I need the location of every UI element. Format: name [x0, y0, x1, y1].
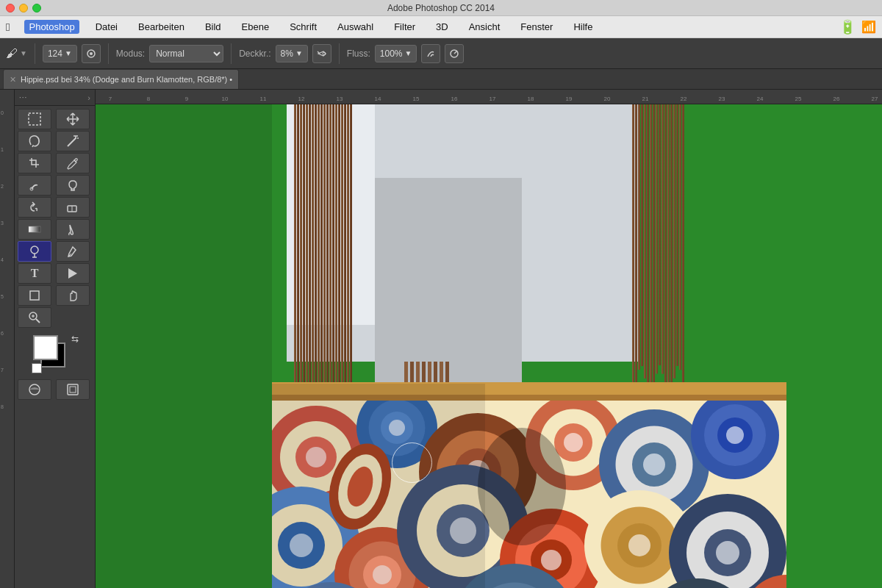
eyedropper-tool[interactable]	[56, 153, 90, 173]
menu-bearbeiten[interactable]: Bearbeiten	[134, 20, 189, 34]
menu-datei[interactable]: Datei	[91, 20, 122, 34]
deckr-input[interactable]: 8% ▼	[276, 45, 308, 62]
pen-tool[interactable]	[56, 241, 90, 262]
battery-icon: 🔋	[839, 19, 856, 35]
svg-rect-20	[30, 291, 39, 300]
menubar:  Photoshop Datei Bearbeiten Bild Ebene …	[0, 16, 882, 38]
menu-fenster[interactable]: Fenster	[516, 20, 557, 34]
svg-rect-27	[70, 387, 76, 392]
tools-grid: T	[15, 106, 95, 331]
zoom-tool[interactable]	[18, 307, 51, 328]
deckr-label: Deckkr.:	[239, 49, 270, 59]
tab-label: Hippie.psd bei 34% (Dodge and Burn Klamo…	[21, 75, 232, 84]
crop-tool[interactable]	[18, 153, 51, 173]
main-content: 0 1 2 3 4 5 6 7 8 ··· ›	[0, 90, 882, 588]
path-select-tool[interactable]	[56, 263, 90, 284]
color-swatches[interactable]: ⇆	[33, 335, 77, 372]
fluss-value: 100%	[380, 49, 403, 59]
maximize-button[interactable]	[32, 4, 41, 12]
apple-menu-icon[interactable]: 	[6, 21, 10, 33]
history-brush-tool[interactable]	[18, 197, 51, 218]
panel-dots: ···	[19, 93, 27, 101]
dodge-tool[interactable]	[18, 241, 51, 262]
svg-rect-5	[29, 113, 40, 125]
options-toolbar: 🖌 ▼ 124 ▼ Modus: Normal Aufhellen Abdunk…	[0, 38, 882, 69]
menu-auswahl[interactable]: Auswahl	[333, 20, 378, 34]
canvas-image[interactable]	[96, 104, 882, 588]
tool-panel: ··· ›	[15, 90, 96, 588]
svg-point-16	[31, 246, 38, 254]
hand-tool[interactable]	[56, 285, 90, 306]
menu-ebene[interactable]: Ebene	[237, 20, 274, 34]
close-button[interactable]	[6, 4, 15, 12]
reset-colors-icon[interactable]	[32, 363, 42, 373]
wifi-icon: 📶	[861, 20, 876, 34]
deckr-value: 8%	[281, 49, 293, 59]
panel-bottom-tools	[15, 376, 95, 403]
color-area: ⇆	[15, 331, 95, 376]
smudge-tool[interactable]	[56, 219, 90, 240]
gradient-tool[interactable]	[18, 219, 51, 240]
foreground-color-swatch[interactable]	[33, 335, 58, 360]
menubar-right: 🔋 📶	[839, 19, 876, 35]
window-controls[interactable]	[6, 4, 41, 12]
vertical-ruler: 0 1 2 3 4 5 6 7 8	[0, 90, 15, 588]
titlebar: Adobe Photoshop CC 2014	[0, 0, 882, 16]
brush-settings-btn[interactable]	[82, 44, 101, 63]
fluss-input[interactable]: 100% ▼	[375, 45, 417, 62]
swap-colors-icon[interactable]: ⇆	[71, 334, 79, 344]
lasso-tool[interactable]	[18, 131, 51, 151]
brush-size-picker[interactable]: 124 ▼	[43, 45, 77, 62]
menu-bild[interactable]: Bild	[201, 20, 226, 34]
fluss-label: Fluss:	[347, 49, 370, 59]
window-title: Adobe Photoshop CC 2014	[387, 3, 495, 13]
menu-photoshop[interactable]: Photoshop	[24, 20, 79, 34]
brush-tool-indicator: 🖌 ▼	[6, 47, 27, 60]
magic-wand-tool[interactable]	[56, 131, 90, 151]
svg-line-6	[68, 138, 76, 146]
panel-collapse-btn[interactable]: ›	[87, 93, 90, 102]
pen-pressure-btn[interactable]	[421, 44, 440, 63]
svg-rect-15	[29, 226, 40, 232]
text-tool[interactable]: T	[18, 263, 51, 284]
minimize-button[interactable]	[19, 4, 28, 12]
brush-size-value: 124	[48, 49, 62, 59]
clone-tool[interactable]	[56, 175, 90, 196]
svg-point-10	[75, 137, 76, 139]
menu-ansicht[interactable]: Ansicht	[465, 20, 505, 34]
document-tab[interactable]: ✕ Hippie.psd bei 34% (Dodge and Burn Kla…	[3, 69, 239, 89]
tab-close-icon[interactable]: ✕	[10, 75, 16, 85]
tablet-btn[interactable]	[445, 44, 464, 63]
eraser-tool[interactable]	[56, 197, 90, 218]
document-tabbar: ✕ Hippie.psd bei 34% (Dodge and Burn Kla…	[0, 69, 882, 90]
panel-header: ··· ›	[15, 90, 95, 106]
menu-3d[interactable]: 3D	[431, 20, 453, 34]
svg-line-22	[36, 319, 40, 323]
modus-select[interactable]: Normal Aufhellen Abdunkeln Multipliziere…	[149, 45, 223, 62]
horizontal-ruler: 7 8 9 10 11 12 13 14 15 16 17 18 19 20 2…	[96, 90, 882, 104]
svg-point-1	[90, 52, 93, 55]
healing-tool[interactable]	[18, 175, 51, 196]
marquee-tool[interactable]	[18, 109, 51, 129]
airbrush-btn[interactable]	[312, 44, 331, 63]
photo-canvas[interactable]	[96, 104, 882, 588]
canvas-area[interactable]: 7 8 9 10 11 12 13 14 15 16 17 18 19 20 2…	[96, 90, 882, 588]
svg-rect-26	[68, 384, 78, 395]
modus-label: Modus:	[116, 49, 145, 59]
move-tool[interactable]	[56, 109, 90, 129]
menu-hilfe[interactable]: Hilfe	[569, 20, 597, 34]
quick-mask-tool[interactable]	[18, 379, 51, 400]
screen-mode-tool[interactable]	[56, 379, 90, 400]
menu-schrift[interactable]: Schrift	[285, 20, 321, 34]
menu-filter[interactable]: Filter	[390, 20, 420, 34]
shape-tool[interactable]	[18, 285, 51, 306]
